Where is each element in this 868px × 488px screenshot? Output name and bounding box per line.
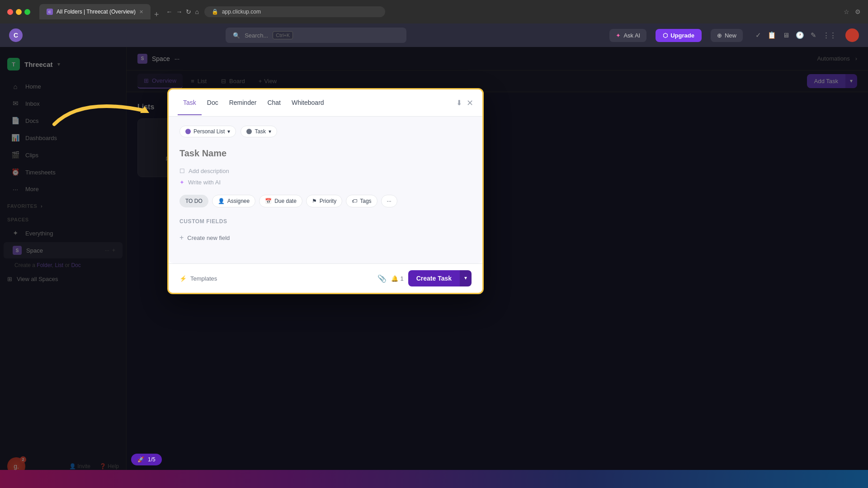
create-field-label: Create new field <box>187 235 230 241</box>
modal-tabs: Task Doc Reminder Chat Whiteboard ⬇ ✕ <box>169 89 482 117</box>
edit-icon[interactable]: ✎ <box>811 31 816 39</box>
create-field-plus-icon: + <box>179 234 184 242</box>
modal-close-group: ⬇ ✕ <box>456 98 473 108</box>
progress-text: 1/5 <box>148 456 156 463</box>
new-button[interactable]: ⊕ New <box>711 29 743 42</box>
create-task-modal: Task Doc Reminder Chat Whiteboard ⬇ ✕ Pe… <box>167 88 484 294</box>
ai-star-icon: ✦ <box>616 32 621 39</box>
address-text: app.clickup.com <box>222 9 261 15</box>
browser-chrome: C All Folders | Threecat (Overview) ✕ + … <box>0 0 868 23</box>
new-tab-button[interactable]: + <box>154 10 159 19</box>
close-modal-icon[interactable]: ✕ <box>467 98 473 108</box>
custom-fields-label: Custom Fields <box>179 218 472 225</box>
screen-icon[interactable]: 🖥 <box>783 31 789 39</box>
tab-close-icon[interactable]: ✕ <box>139 9 143 15</box>
ask-ai-label: Ask AI <box>623 32 640 39</box>
progress-icon: 🚀 <box>137 456 144 463</box>
extensions-icon[interactable]: ⚙ <box>855 8 861 15</box>
plus-icon: ⊕ <box>717 32 722 39</box>
arrow-annotation <box>45 88 163 135</box>
add-description-button[interactable]: ☐ Add description <box>179 168 472 174</box>
sparkle-icon: ✦ <box>179 179 184 186</box>
templates-button[interactable]: ⚡ Templates <box>179 275 217 282</box>
due-date-button[interactable]: 📅 Due date <box>259 195 302 207</box>
address-bar[interactable]: 🔒 app.clickup.com <box>204 6 385 17</box>
tags-button[interactable]: 🏷 Tags <box>346 195 377 207</box>
notify-button[interactable]: 🔔 1 <box>391 275 403 282</box>
description-icon: ☐ <box>179 168 185 174</box>
app-logo: C <box>9 28 23 42</box>
modal-tab-whiteboard[interactable]: Whiteboard <box>286 91 330 115</box>
add-description-label: Add description <box>189 168 229 174</box>
list-selector-chevron-icon: ▾ <box>227 128 230 135</box>
list-selector[interactable]: Personal List ▾ <box>179 126 236 137</box>
bottom-indicator: 🚀 1/5 <box>131 454 162 465</box>
write-with-ai-button[interactable]: ✦ Write with AI <box>179 179 472 186</box>
grid-icon[interactable]: ⋮⋮ <box>823 31 836 39</box>
calendar-icon: 📅 <box>265 198 272 204</box>
priority-label: Priority <box>320 198 336 204</box>
create-task-chevron-icon[interactable]: ▾ <box>460 270 472 286</box>
forward-button[interactable]: → <box>176 8 182 15</box>
ask-ai-button[interactable]: ✦ Ask AI <box>609 29 646 42</box>
modal-tab-reminder[interactable]: Reminder <box>224 91 262 115</box>
task-action-buttons: TO DO 👤 Assignee 📅 Due date ⚑ Priority 🏷… <box>179 195 472 207</box>
minimize-modal-icon[interactable]: ⬇ <box>456 99 462 107</box>
tag-icon: 🏷 <box>352 198 357 204</box>
list-selector-label: Personal List <box>193 128 225 135</box>
traffic-lights <box>7 9 30 15</box>
create-task-group: Create Task ▾ <box>408 270 472 286</box>
modal-body: Personal List ▾ Task ▾ ☐ Add description… <box>169 117 482 263</box>
modal-tab-chat[interactable]: Chat <box>262 91 286 115</box>
tab-title: All Folders | Threecat (Overview) <box>57 9 136 15</box>
bookmark-icon[interactable]: ☆ <box>844 8 849 15</box>
search-icon: 🔍 <box>233 32 240 39</box>
bell-icon: 🔔 <box>391 275 398 282</box>
home-button[interactable]: ⌂ <box>195 8 198 15</box>
nav-buttons: ← → ↻ ⌂ <box>166 8 198 15</box>
tags-label: Tags <box>360 198 371 204</box>
clock-icon[interactable]: 🕐 <box>796 31 804 39</box>
modal-tab-task[interactable]: Task <box>178 91 202 115</box>
close-button[interactable] <box>7 9 13 15</box>
toolbar-icons: ✓ 📋 🖥 🕐 ✎ ⋮⋮ <box>755 31 836 39</box>
app-toolbar: C 🔍 Search... Ctrl+K ✦ Ask AI ⬡ Upgrade … <box>0 23 868 47</box>
assignee-button[interactable]: 👤 Assignee <box>212 195 255 207</box>
progress-pill[interactable]: 🚀 1/5 <box>131 454 162 465</box>
checkmark-icon[interactable]: ✓ <box>755 31 761 39</box>
back-button[interactable]: ← <box>166 8 172 15</box>
templates-icon: ⚡ <box>179 275 187 282</box>
refresh-button[interactable]: ↻ <box>186 8 191 15</box>
templates-label: Templates <box>190 275 217 282</box>
minimize-button[interactable] <box>16 9 22 15</box>
doc-icon[interactable]: 📋 <box>768 31 776 39</box>
footer-right: 📎 🔔 1 Create Task ▾ <box>377 270 472 286</box>
type-selector-label: Task <box>255 128 266 135</box>
custom-fields-section: Custom Fields + Create new field <box>179 218 472 245</box>
more-options-button[interactable]: ··· <box>381 195 397 207</box>
type-dot-icon <box>246 129 252 134</box>
task-name-input[interactable] <box>179 146 472 160</box>
global-search[interactable]: 🔍 Search... Ctrl+K <box>226 28 406 43</box>
priority-button[interactable]: ⚑ Priority <box>306 195 342 207</box>
upgrade-icon: ⬡ <box>663 32 668 39</box>
attachment-icon[interactable]: 📎 <box>377 274 387 283</box>
modal-tab-doc[interactable]: Doc <box>202 91 224 115</box>
maximize-button[interactable] <box>24 9 30 15</box>
type-selector-chevron-icon: ▾ <box>269 128 271 135</box>
create-task-button[interactable]: Create Task <box>408 270 460 286</box>
tab-favicon: C <box>47 9 53 15</box>
active-tab[interactable]: C All Folders | Threecat (Overview) ✕ <box>39 4 151 19</box>
modal-selectors: Personal List ▾ Task ▾ <box>179 126 472 137</box>
create-field-button[interactable]: + Create new field <box>179 230 472 245</box>
modal-footer: ⚡ Templates 📎 🔔 1 Create Task ▾ <box>169 263 482 293</box>
upgrade-button[interactable]: ⬡ Upgrade <box>656 29 702 42</box>
browser-actions: ☆ ⚙ <box>844 8 861 15</box>
upgrade-label: Upgrade <box>670 32 694 39</box>
new-label: New <box>725 32 736 39</box>
priority-icon: ⚑ <box>312 198 317 204</box>
write-with-ai-label: Write with AI <box>188 179 221 186</box>
type-selector[interactable]: Task ▾ <box>241 126 277 137</box>
todo-button[interactable]: TO DO <box>179 195 208 207</box>
user-avatar[interactable] <box>845 28 859 42</box>
